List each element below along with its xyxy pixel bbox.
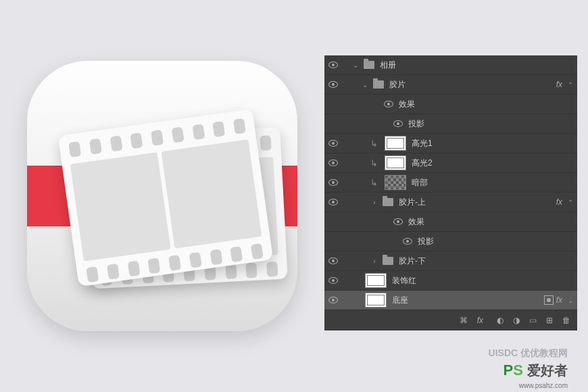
layer-fx-shadow[interactable]: 投影: [324, 232, 577, 251]
panel-bottom-toolbar: ⌘ fx ◐ ◑ ▭ ⊞ 🗑: [324, 310, 577, 330]
layer-highlight2[interactable]: ↳ 高光2: [324, 153, 577, 173]
folder-icon: [373, 80, 384, 89]
expand-caret[interactable]: ⌄: [351, 62, 360, 69]
delete-icon[interactable]: 🗑: [562, 316, 570, 325]
eye-icon: [384, 101, 393, 107]
adjustment-icon[interactable]: ◑: [513, 316, 520, 325]
visibility-toggle[interactable]: [389, 218, 407, 225]
visibility-toggle[interactable]: [324, 258, 342, 264]
eye-icon: [328, 62, 338, 68]
visibility-toggle[interactable]: [324, 179, 342, 186]
design-canvas: [0, 0, 324, 392]
folder-icon: [383, 257, 393, 265]
expand-caret[interactable]: ›: [370, 199, 378, 206]
chevron-up-icon[interactable]: ⌃: [568, 81, 573, 89]
mask-icon[interactable]: [544, 295, 554, 305]
eye-icon: [403, 238, 412, 245]
expand-caret[interactable]: ⌄: [361, 81, 369, 89]
fx-badge: fx: [556, 295, 562, 305]
layer-red-decoration[interactable]: 装饰红: [324, 271, 577, 291]
layers-panel: ⌄ 相册 ⌄ 胶片 fx ⌃ 效果 投影 ↳ 高光1 ↳ 高光2: [324, 55, 577, 330]
visibility-toggle[interactable]: [324, 81, 342, 88]
layer-name: 相册: [378, 59, 573, 71]
film-strip-top: [58, 109, 273, 287]
layer-thumbnail[interactable]: [365, 273, 387, 288]
watermark-url: www.psahz.com: [519, 382, 568, 389]
layer-highlight1[interactable]: ↳ 高光1: [324, 134, 577, 153]
link-icon[interactable]: ⌘: [460, 316, 468, 325]
chevron-up-icon[interactable]: ⌃: [568, 199, 573, 206]
visibility-toggle[interactable]: [389, 120, 407, 127]
layer-name: 胶片-下: [397, 255, 573, 267]
layer-thumbnail[interactable]: [385, 155, 406, 170]
clip-icon: ↳: [370, 158, 378, 168]
layer-name: 底座: [391, 295, 544, 306]
eye-icon: [328, 258, 338, 264]
layer-name: 投影: [416, 236, 573, 247]
layer-name: 胶片: [388, 79, 556, 91]
new-group-icon[interactable]: ▭: [529, 316, 537, 325]
layer-name: 高光2: [410, 157, 573, 169]
new-layer-icon[interactable]: ⊞: [546, 316, 553, 325]
visibility-toggle[interactable]: [324, 297, 342, 303]
clip-icon: ↳: [370, 139, 378, 149]
layer-group-film[interactable]: ⌄ 胶片 fx ⌃: [324, 75, 577, 95]
layer-name: 投影: [407, 118, 573, 130]
visibility-toggle[interactable]: [324, 160, 342, 166]
folder-icon: [383, 198, 393, 206]
layer-name: 暗部: [410, 177, 573, 189]
visibility-toggle[interactable]: [324, 62, 342, 68]
eye-icon: [328, 140, 338, 147]
icon-base: [27, 61, 297, 331]
visibility-toggle[interactable]: [324, 199, 342, 205]
layer-name: 高光1: [410, 138, 573, 149]
eye-icon: [393, 218, 403, 225]
layer-thumbnail[interactable]: [385, 136, 406, 151]
layer-base[interactable]: 底座 fx ⌄: [324, 291, 577, 310]
layer-fx-shadow[interactable]: 投影: [324, 114, 577, 134]
folder-icon: [364, 61, 374, 69]
layer-group-film-top[interactable]: › 胶片-上 fx ⌃: [324, 193, 577, 212]
expand-caret[interactable]: ›: [370, 258, 378, 265]
layer-fx-effects[interactable]: 效果: [324, 212, 577, 232]
fx-menu-icon[interactable]: fx: [477, 316, 483, 325]
visibility-toggle[interactable]: [380, 101, 397, 107]
eye-icon: [393, 120, 403, 127]
layer-group-photo[interactable]: ⌄ 相册: [324, 55, 577, 75]
layer-dark[interactable]: ↳ 暗部: [324, 173, 577, 193]
layer-name: 效果: [407, 216, 573, 228]
watermark-psahz: PS 爱好者: [504, 362, 568, 380]
mask-button-icon[interactable]: ◐: [497, 316, 504, 325]
eye-icon: [328, 199, 338, 205]
clip-icon: ↳: [370, 178, 378, 188]
layer-thumbnail[interactable]: [365, 293, 387, 308]
fx-badge: fx: [556, 197, 562, 207]
eye-icon: [328, 81, 338, 88]
visibility-toggle[interactable]: [324, 277, 342, 284]
visibility-toggle[interactable]: [324, 140, 342, 147]
watermark-uisdc: UISDC 优优教程网: [489, 347, 568, 360]
eye-icon: [328, 179, 338, 186]
layer-name: 装饰红: [391, 275, 573, 287]
layer-name: 胶片-上: [397, 197, 556, 208]
layer-fx-effects[interactable]: 效果: [324, 95, 577, 114]
fx-badge: fx: [556, 80, 562, 89]
eye-icon: [328, 160, 338, 166]
layer-name: 效果: [397, 99, 573, 110]
visibility-toggle[interactable]: [399, 238, 416, 245]
layer-thumbnail[interactable]: [385, 175, 406, 190]
chevron-down-icon[interactable]: ⌄: [568, 297, 573, 304]
eye-icon: [328, 277, 338, 284]
layer-group-film-bottom[interactable]: › 胶片-下: [324, 251, 577, 271]
eye-icon: [328, 297, 338, 303]
